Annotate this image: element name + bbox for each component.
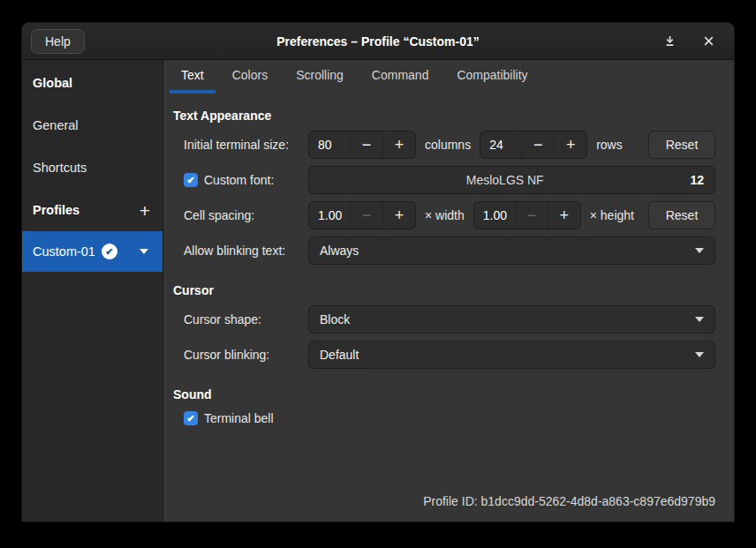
cell-width-value[interactable]: 1.00 <box>309 202 350 229</box>
section-header-sound: Sound <box>173 387 715 402</box>
cursor-blinking-value: Default <box>320 348 359 362</box>
columns-decrement-button[interactable]: − <box>350 131 382 158</box>
cell-height-decrement-button[interactable]: − <box>515 202 548 229</box>
dropdown-caret-icon <box>695 352 704 357</box>
dropdown-caret-icon <box>695 317 704 322</box>
columns-spinner: 80 − + <box>308 131 416 159</box>
main-content: Text Colors Scrolling Command Compatibil… <box>163 60 734 522</box>
cursor-blinking-dropdown[interactable]: Default <box>308 341 715 369</box>
help-button[interactable]: Help <box>31 29 85 54</box>
sidebar-item-shortcuts[interactable]: Shortcuts <box>22 146 163 189</box>
allow-blinking-text-dropdown[interactable]: Always <box>308 236 715 265</box>
rows-unit-label: rows <box>596 138 623 152</box>
custom-font-checkbox[interactable]: ✔ <box>184 173 198 187</box>
cell-width-spinner: 1.00 − + <box>308 201 416 229</box>
cursor-shape-label: Cursor shape: <box>184 312 308 327</box>
dropdown-caret-icon <box>695 248 704 253</box>
terminal-bell-checkbox[interactable]: ✔ <box>184 411 198 425</box>
tab-text[interactable]: Text <box>170 60 215 94</box>
tab-scrolling[interactable]: Scrolling <box>284 60 355 94</box>
row-cursor-blinking: Cursor blinking: Default <box>173 337 715 372</box>
profile-id-footer: Profile ID: b1dcc9dd-5262-4d8d-a863-c897… <box>173 494 715 522</box>
profile-id-value: b1dcc9dd-5262-4d8d-a863-c897e6d979b9 <box>481 494 715 508</box>
cursor-shape-dropdown[interactable]: Block <box>308 305 715 334</box>
cell-width-decrement-button[interactable]: − <box>350 202 382 229</box>
cursor-shape-value: Block <box>320 312 350 327</box>
header-bar: Help Preferences – Profile “Custom-01” <box>22 23 734 60</box>
sidebar-header-global: Global <box>22 62 163 104</box>
tab-command[interactable]: Command <box>360 60 441 94</box>
window-title: Preferences – Profile “Custom-01” <box>22 34 734 49</box>
cell-width-increment-button[interactable]: + <box>382 202 415 229</box>
font-size-value: 12 <box>690 173 704 187</box>
row-initial-terminal-size: Initial terminal size: 80 − + columns 24… <box>173 127 715 162</box>
row-cell-spacing: Cell spacing: 1.00 − + × width 1.00 − + … <box>173 198 715 233</box>
terminal-size-reset-button[interactable]: Reset <box>648 131 715 159</box>
text-tab-panel: Text Appearance Initial terminal size: 8… <box>163 94 734 522</box>
row-custom-font: ✔ Custom font: MesloLGS NF 12 <box>173 162 715 198</box>
cell-height-value[interactable]: 1.00 <box>474 202 515 229</box>
profile-name-label: Custom-01 <box>33 244 95 259</box>
cell-width-unit-label: × width <box>425 208 465 222</box>
close-icon[interactable] <box>700 34 716 49</box>
cursor-blinking-label: Cursor blinking: <box>184 348 308 362</box>
profile-id-label: Profile ID: <box>423 494 477 508</box>
font-name-value: MesloLGS NF <box>320 173 690 187</box>
cell-height-spinner: 1.00 − + <box>473 201 581 229</box>
columns-increment-button[interactable]: + <box>382 131 415 158</box>
cell-height-unit-label: × height <box>590 208 634 222</box>
window-controls <box>662 34 725 49</box>
columns-value[interactable]: 80 <box>309 131 350 158</box>
columns-unit-label: columns <box>425 138 471 152</box>
custom-font-label-group: ✔ Custom font: <box>184 173 308 187</box>
sidebar: Global General Shortcuts Profiles + Cust… <box>22 60 163 522</box>
cell-spacing-label: Cell spacing: <box>184 208 308 222</box>
add-profile-icon[interactable]: + <box>140 201 152 220</box>
section-header-text-appearance: Text Appearance <box>173 109 715 123</box>
minimize-icon[interactable] <box>662 34 677 49</box>
terminal-bell-label: Terminal bell <box>204 411 274 425</box>
preferences-window: Help Preferences – Profile “Custom-01” G… <box>21 22 735 522</box>
tab-colors[interactable]: Colors <box>221 60 279 94</box>
cell-spacing-reset-button[interactable]: Reset <box>648 201 715 229</box>
allow-blinking-text-value: Always <box>320 244 359 258</box>
sidebar-item-general[interactable]: General <box>22 104 163 146</box>
sidebar-item-profile-custom-01[interactable]: Custom-01 ✔ <box>22 231 163 272</box>
row-terminal-bell: ✔ Terminal bell <box>173 406 715 431</box>
allow-blinking-text-label: Allow blinking text: <box>184 244 308 258</box>
initial-terminal-size-label: Initial terminal size: <box>184 138 308 152</box>
row-cursor-shape: Cursor shape: Block <box>173 302 715 337</box>
row-allow-blinking-text: Allow blinking text: Always <box>173 233 715 268</box>
tab-compatibility[interactable]: Compatibility <box>445 60 539 94</box>
rows-spinner: 24 − + <box>480 131 587 159</box>
section-header-cursor: Cursor <box>173 283 715 297</box>
profiles-header-label: Profiles <box>33 203 79 217</box>
custom-font-label: Custom font: <box>204 173 274 187</box>
rows-decrement-button[interactable]: − <box>521 131 554 158</box>
rows-increment-button[interactable]: + <box>554 131 586 158</box>
profile-menu-chevron-down-icon[interactable] <box>140 249 148 254</box>
sidebar-header-profiles: Profiles + <box>22 189 163 231</box>
cell-height-increment-button[interactable]: + <box>548 202 580 229</box>
tab-bar: Text Colors Scrolling Command Compatibil… <box>163 60 734 94</box>
default-profile-check-icon: ✔ <box>102 244 117 259</box>
font-chooser-button[interactable]: MesloLGS NF 12 <box>308 166 715 194</box>
rows-value[interactable]: 24 <box>480 131 521 158</box>
